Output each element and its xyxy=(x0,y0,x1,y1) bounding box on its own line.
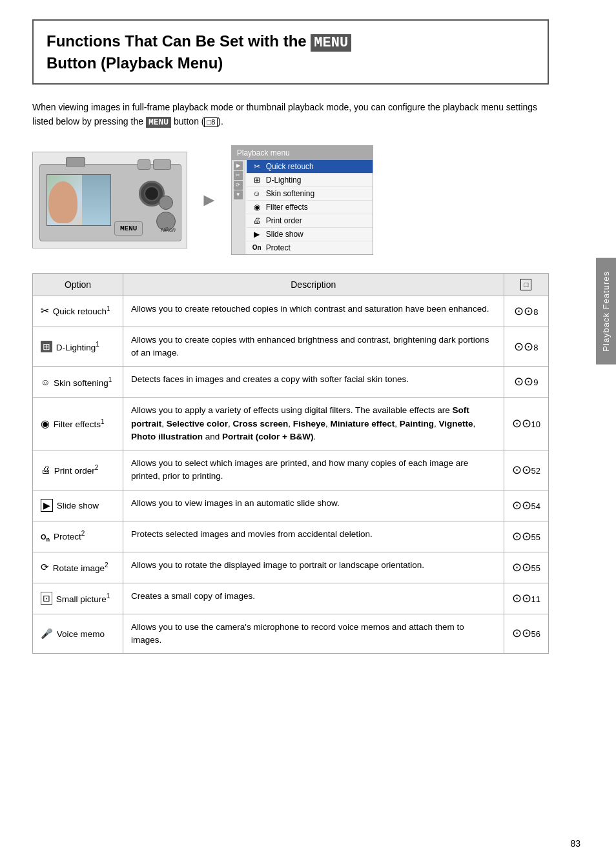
table-row: 🎤 Voice memo Allows you to use the camer… xyxy=(33,614,549,654)
playback-menu-item[interactable]: ✂ Quick retouch xyxy=(247,160,373,174)
option-voice-memo: 🎤 Voice memo xyxy=(33,614,123,654)
option-slide-show: ▶ Slide show xyxy=(33,490,123,521)
ref-skin-softening: ⊙⊙9 xyxy=(504,367,548,398)
table-header-ref: □ xyxy=(504,273,548,296)
arrow-icon: ► xyxy=(200,190,218,210)
option-print-order: 🖨 Print order2 xyxy=(33,450,123,490)
playback-menu-item[interactable]: ☺ Skin softening xyxy=(247,187,373,201)
option-skin-softening: ☺ Skin softening1 xyxy=(33,367,123,398)
menu-button: MENU xyxy=(114,221,143,236)
table-header-option: Option xyxy=(33,273,123,296)
camera-body: MENU Nikon xyxy=(39,164,181,241)
option-filter-effects: ◉ Filter effects1 xyxy=(33,398,123,450)
ref-print-order: ⊙⊙52 xyxy=(504,450,548,490)
desc-print-order: Allows you to select which images are pr… xyxy=(123,450,504,490)
camera-screen xyxy=(46,174,111,226)
playback-menu-item[interactable]: 🖨 Print order xyxy=(247,214,373,228)
option-quick-retouch: ✂ Quick retouch1 xyxy=(33,296,123,327)
ref-small-picture: ⊙⊙11 xyxy=(504,583,548,614)
table-row: ⟳ Rotate image2 Allows you to rotate the… xyxy=(33,552,549,583)
table-row: 🖨 Print order2 Allows you to select whic… xyxy=(33,450,549,490)
table-row: ▶ Slide show Allows you to view images i… xyxy=(33,490,549,521)
playback-menu-title: Playback menu xyxy=(232,146,373,160)
table-row: ⊡ Small picture1 Creates a small copy of… xyxy=(33,583,549,614)
title-box: Functions That Can Be Set with the MENU … xyxy=(32,19,549,85)
desc-dlighting: Allows you to create copies with enhance… xyxy=(123,327,504,367)
ref-dlighting: ⊙⊙8 xyxy=(504,327,548,367)
table-header-description: Description xyxy=(123,273,504,296)
desc-slide-show: Allows you to view images in an automati… xyxy=(123,490,504,521)
table-row: ✂ Quick retouch1 Allows you to create re… xyxy=(33,296,549,327)
table-row: ☺ Skin softening1 Detects faces in image… xyxy=(33,367,549,398)
ref-slide-show: ⊙⊙54 xyxy=(504,490,548,521)
features-table: Option Description □ ✂ Quick retouch1 Al… xyxy=(32,273,549,654)
desc-small-picture: Creates a small copy of images. xyxy=(123,583,504,614)
desc-rotate-image: Allows you to rotate the displayed image… xyxy=(123,552,504,583)
playback-menu-item[interactable]: ◉ Filter effects xyxy=(247,201,373,214)
option-rotate-image: ⟳ Rotate image2 xyxy=(33,552,123,583)
camera-viewfinder xyxy=(66,157,85,167)
diagram-area: MENU Nikon ► Playback menu ▶ ✂ ⟳ ▼ xyxy=(32,145,549,255)
ref-protect: ⊙⊙55 xyxy=(504,521,548,552)
desc-quick-retouch: Allows you to create retouched copies in… xyxy=(123,296,504,327)
side-tab-label: Playback Features xyxy=(596,258,616,365)
page-title: Functions That Can Be Set with the MENU … xyxy=(46,31,535,73)
desc-skin-softening: Detects faces in images and creates a co… xyxy=(123,367,504,398)
ref-filter-effects: ⊙⊙10 xyxy=(504,398,548,450)
playback-menu-item[interactable]: ⊞ D-Lighting xyxy=(247,174,373,187)
ref-voice-memo: ⊙⊙56 xyxy=(504,614,548,654)
ref-rotate-image: ⊙⊙55 xyxy=(504,552,548,583)
option-protect: On Protect2 xyxy=(33,521,123,552)
camera-illustration: MENU Nikon xyxy=(32,152,187,248)
table-row: ◉ Filter effects1 Allows you to apply a … xyxy=(33,398,549,450)
intro-paragraph: When viewing images in full-frame playba… xyxy=(32,100,549,130)
playback-menu-panel: Playback menu ▶ ✂ ⟳ ▼ ✂ Quick retouch ⊞ … xyxy=(231,145,373,255)
playback-menu-item[interactable]: On Protect xyxy=(247,241,373,254)
desc-filter-effects: Allows you to apply a variety of effects… xyxy=(123,398,504,450)
desc-protect: Protects selected images and movies from… xyxy=(123,521,504,552)
table-row: On Protect2 Protects selected images and… xyxy=(33,521,549,552)
page-number: 83 xyxy=(570,838,580,849)
desc-voice-memo: Allows you to use the camera's microphon… xyxy=(123,614,504,654)
option-dlighting: ⊞ D-Lighting1 xyxy=(33,327,123,367)
playback-menu-item[interactable]: ▶ Slide show xyxy=(247,228,373,241)
option-small-picture: ⊡ Small picture1 xyxy=(33,583,123,614)
ref-quick-retouch: ⊙⊙8 xyxy=(504,296,548,327)
table-row: ⊞ D-Lighting1 Allows you to create copie… xyxy=(33,327,549,367)
